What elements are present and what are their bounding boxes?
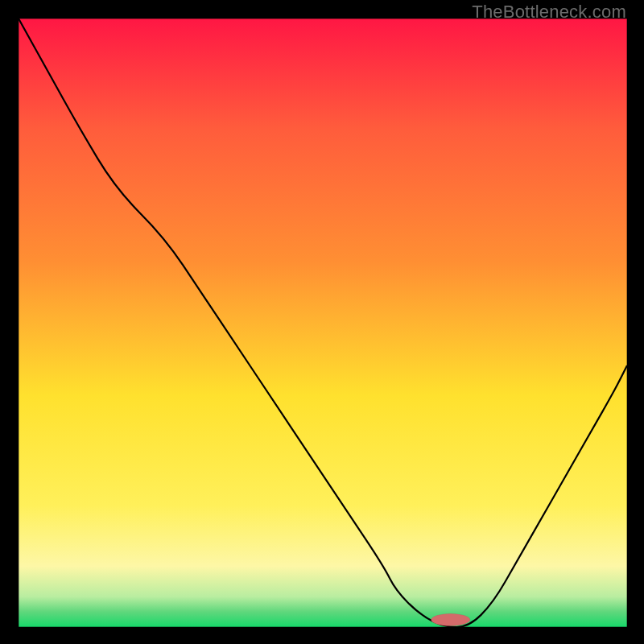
gradient-background <box>19 19 627 627</box>
bottleneck-chart <box>19 19 627 627</box>
optimal-marker <box>431 613 470 625</box>
chart-frame <box>19 19 627 627</box>
